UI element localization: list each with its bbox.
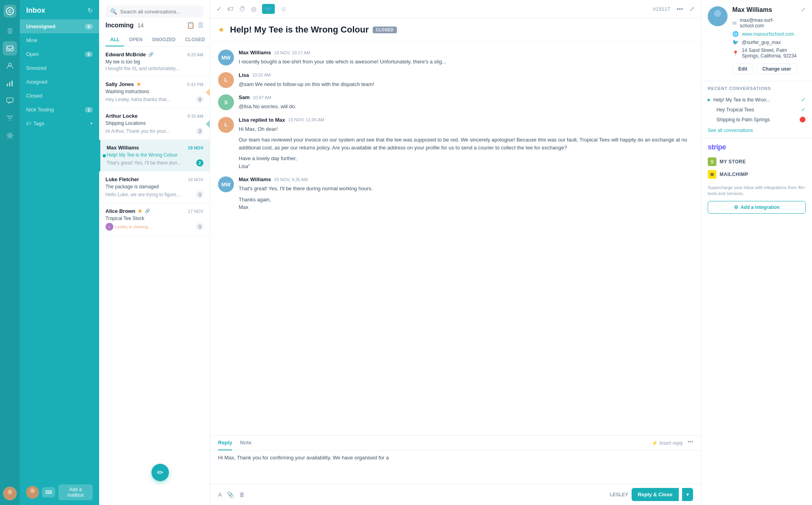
recent-conv-item-3[interactable]: Shipping to Palm Springs 🔴	[708, 115, 806, 124]
emoji-icon[interactable]: ☺	[280, 6, 287, 13]
integration-cta-text: Supercharge your inbox with integrations…	[708, 185, 806, 197]
sidebar-item-open[interactable]: Open 6	[20, 47, 99, 61]
nav-filter-icon[interactable]	[3, 111, 17, 125]
conv-list-heading: Incoming 14	[105, 22, 144, 29]
sidebar-item-label: Open	[26, 51, 85, 57]
conv-item-preview: Hi Arthur, Thank you for your...	[105, 128, 170, 134]
conv-item-luke[interactable]: Luke Fletcher 18 NOV The package is dama…	[99, 172, 210, 203]
unread-indicator	[103, 154, 106, 157]
sidebar-item-label: Nick Testing	[26, 107, 85, 113]
more-options-icon[interactable]: •••	[676, 6, 683, 13]
sidebar-title: Inbox	[26, 6, 45, 15]
conv-item-max[interactable]: Max Williams 19 NOV Help! My Tee is the …	[99, 140, 210, 172]
sidebar-item-mine[interactable]: Mine	[20, 33, 99, 47]
nav-inbox-icon[interactable]	[3, 41, 17, 55]
conv-item-arthur[interactable]: Arthur Locke 9:35 AM Shipping Locations …	[99, 108, 210, 140]
contact-address: 14 Sand Street, Palm Springs, California…	[742, 48, 798, 59]
conv-item-header: Arthur Locke 9:35 AM	[105, 113, 203, 119]
nav-contacts-icon[interactable]	[3, 59, 17, 73]
tab-closed[interactable]: CLOSED	[180, 34, 210, 46]
contact-website[interactable]: www.maxsurfschool.com	[742, 31, 794, 37]
app-logo[interactable]: C	[4, 5, 16, 17]
tab-snoozed[interactable]: SNOOZED	[147, 34, 180, 46]
svg-rect-4	[7, 84, 8, 86]
keyboard-icon[interactable]: ⌨	[42, 487, 55, 497]
conv-item-subject: Help! My Tee is the Wrong Colour	[107, 152, 203, 158]
tag-icon[interactable]: 🏷	[227, 6, 234, 13]
shopify-icon: S	[708, 157, 716, 166]
tab-all[interactable]: ALL	[105, 34, 124, 46]
sidebar-item-assigned[interactable]: Assigned	[20, 75, 99, 89]
sort-icon[interactable]: 📋	[187, 21, 195, 29]
sidebar-item-closed[interactable]: Closed	[20, 89, 99, 103]
conv-item-sally[interactable]: Sally Jones ★ 5:43 PM Washing instructio…	[99, 77, 210, 108]
delete-icon[interactable]: 🗑	[239, 491, 245, 498]
insert-reply-button[interactable]: ⚡ Insert reply	[652, 436, 683, 450]
conv-list-actions: 📋 ☰	[187, 21, 203, 29]
message-row: S Sam 10:47 AM @lisa No worries, will do…	[218, 94, 693, 111]
attachment-icon[interactable]: 📎	[227, 491, 234, 498]
conv-item-subject: The package is damaged	[105, 184, 203, 189]
recent-conv-title: Help! My Tee is the Wron...	[713, 97, 801, 103]
sidebar-item-nick-testing[interactable]: Nick Testing 1	[20, 103, 99, 117]
nav-reports-icon[interactable]	[3, 76, 17, 90]
recent-conversations-title: RECENT CONVERSATIONS	[708, 86, 806, 91]
message-avatar: L	[218, 117, 234, 133]
conv-badge: 3	[196, 191, 203, 198]
expand-icon[interactable]: ⤢	[689, 5, 695, 13]
panel-expand-icon[interactable]: ⤢	[801, 6, 806, 13]
message-text: I recently bought a tee-shirt from your …	[239, 58, 693, 66]
recent-conv-title: Hey Tropical Tees	[716, 107, 801, 113]
reply-input[interactable]: Hi Max, Thank you for confirming your av…	[210, 451, 701, 482]
active-icon[interactable]: 🐦	[262, 4, 275, 14]
integration-mailchimp: M MAILCHIMP	[708, 168, 806, 181]
tab-open[interactable]: OPEN	[124, 34, 147, 46]
far-nav: C ☰	[0, 0, 20, 505]
recent-conversations-section: RECENT CONVERSATIONS ▶ Help! My Tee is t…	[701, 81, 812, 138]
search-input[interactable]	[120, 9, 199, 15]
text-format-icon[interactable]: A	[218, 491, 222, 498]
reply-close-dropdown[interactable]: ▾	[682, 488, 693, 501]
bottom-user-avatar[interactable]	[26, 486, 39, 499]
nav-menu-icon[interactable]: ☰	[3, 24, 17, 38]
reply-more-icon[interactable]: •••	[683, 436, 693, 450]
conv-item-edward[interactable]: Edward McBride 🔗 8:20 AM My tee is too b…	[99, 47, 210, 77]
nav-chat-icon[interactable]	[3, 94, 17, 108]
chat-messages: MW Max Williams 19 NOV, 10:17 AM I recen…	[210, 42, 701, 435]
mailchimp-name: MAILCHIMP	[720, 172, 749, 177]
clock-icon[interactable]: ⏱	[239, 6, 245, 13]
message-row: L Lisa 10:32 AM @sam We need to follow-u…	[218, 72, 693, 88]
check-icon[interactable]: ✓	[216, 5, 222, 13]
tab-note[interactable]: Note	[240, 436, 251, 450]
recent-conv-item-2[interactable]: Hey Tropical Tees ✓	[708, 105, 806, 115]
compose-button[interactable]: ✏	[151, 464, 169, 481]
reply-close-button[interactable]: Reply & Close	[632, 488, 679, 501]
add-mailbox-button[interactable]: Add a mailbox	[58, 484, 93, 500]
sidebar-item-label: Assigned	[26, 79, 93, 85]
message-header: Sam 10:47 AM	[239, 94, 693, 100]
sidebar-item-unassigned[interactable]: Unassigned 6	[20, 19, 99, 33]
user-avatar-small[interactable]	[3, 487, 17, 500]
edit-button[interactable]: Edit	[732, 63, 753, 75]
twitter-icon: 🐦	[732, 39, 739, 45]
assign-icon[interactable]: ◎	[251, 5, 257, 13]
sidebar-item-snoozed[interactable]: Snoozed	[20, 61, 99, 75]
sidebar-item-tags[interactable]: 🏷 Tags ▾	[20, 117, 99, 130]
filter-icon[interactable]: ☰	[198, 21, 203, 29]
conv-item-alice[interactable]: Alice Brown ★ 🔗 17 NOV Tropical Tee Stoc…	[99, 203, 210, 236]
chat-star-icon[interactable]: ★	[218, 25, 224, 34]
refresh-icon[interactable]: ↻	[88, 7, 93, 14]
location-icon: 📍	[732, 50, 739, 56]
tab-reply[interactable]: Reply	[218, 436, 232, 450]
contact-avatar	[708, 6, 728, 26]
conv-list-title: Incoming	[105, 22, 134, 29]
add-integration-button[interactable]: ⚙ Add a integration	[708, 201, 806, 214]
change-user-button[interactable]: Change user	[756, 63, 797, 75]
nav-settings-icon[interactable]	[3, 128, 17, 143]
see-all-conversations-link[interactable]: See all conversations	[708, 124, 806, 133]
contact-name: Max Williams	[732, 6, 798, 13]
link-icon: 🔗	[145, 209, 150, 214]
conv-item-time: 18 NOV	[188, 177, 203, 182]
svg-point-16	[714, 10, 721, 17]
recent-conv-item-1[interactable]: ▶ Help! My Tee is the Wron... ✓	[708, 95, 806, 105]
